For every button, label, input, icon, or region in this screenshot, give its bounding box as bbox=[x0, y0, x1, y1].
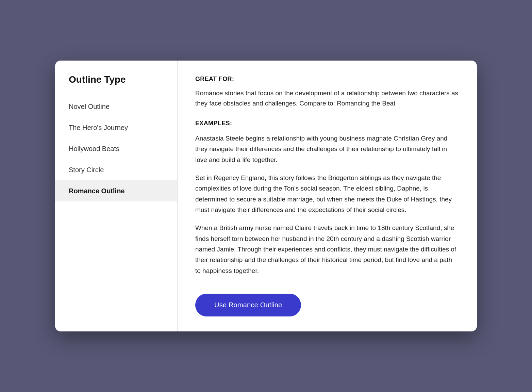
sidebar-item-story-circle[interactable]: Story Circle bbox=[55, 159, 177, 180]
great-for-label: GREAT FOR: bbox=[195, 76, 459, 83]
sidebar-item-romance-outline[interactable]: Romance Outline bbox=[55, 180, 177, 201]
great-for-text: Romance stories that focus on the develo… bbox=[195, 88, 459, 109]
sidebar-item-hollywood-beats[interactable]: Hollywood Beats bbox=[55, 138, 177, 159]
use-romance-outline-button[interactable]: Use Romance Outline bbox=[195, 294, 301, 316]
sidebar-item-novel-outline[interactable]: Novel Outline bbox=[55, 96, 177, 117]
example-paragraph-2: Set in Regency England, this story follo… bbox=[195, 173, 459, 215]
sidebar-title: Outline Type bbox=[55, 74, 177, 96]
outline-type-sidebar: Outline Type Novel Outline The Hero's Jo… bbox=[55, 61, 178, 331]
sidebar-item-heros-journey[interactable]: The Hero's Journey bbox=[55, 117, 177, 138]
examples-label: EXAMPLES: bbox=[195, 120, 459, 127]
example-paragraph-1: Anastasia Steele begins a relationship w… bbox=[195, 133, 459, 165]
outline-detail-panel: GREAT FOR: Romance stories that focus on… bbox=[178, 61, 477, 331]
outline-type-modal: Outline Type Novel Outline The Hero's Jo… bbox=[55, 61, 477, 331]
example-paragraph-3: When a British army nurse named Claire t… bbox=[195, 223, 459, 276]
